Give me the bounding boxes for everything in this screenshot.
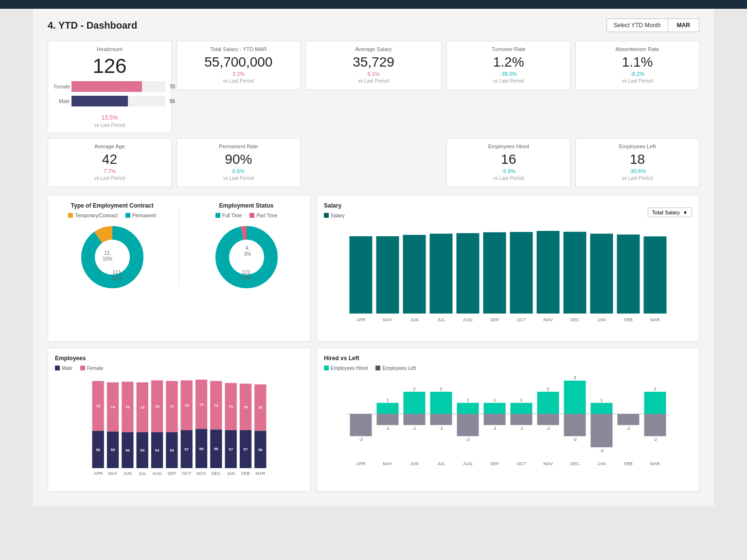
emp-left-vs: vs Last Period: [583, 175, 692, 181]
svg-text:58: 58: [214, 447, 218, 451]
svg-text:57: 57: [244, 447, 248, 452]
svg-text:2: 2: [440, 386, 443, 391]
svg-rect-147: [564, 381, 586, 414]
svg-text:2: 2: [547, 386, 550, 391]
hired-left-chart-panel: Hired vs Left Employees Hired Employees …: [317, 348, 699, 491]
svg-text:10%: 10%: [102, 256, 112, 262]
svg-rect-42: [617, 234, 640, 314]
headcount-bars: Female 70 Male 56: [52, 81, 167, 109]
svg-rect-144: [537, 414, 559, 425]
svg-rect-39: [590, 234, 613, 314]
employment-status-chart: Employment Status Full Time Part Time: [189, 202, 303, 291]
kpi-total-salary: Total Salary - YTD MAR 55,700,000 3.2% v…: [177, 41, 301, 90]
ytd-label: Select YTD Month: [607, 19, 668, 32]
legend-female-dot: [80, 366, 85, 370]
chevron-down-icon: ▼: [683, 210, 688, 215]
svg-text:57: 57: [184, 447, 189, 452]
legend-left-dot: [375, 366, 380, 370]
svg-text:1: 1: [601, 398, 603, 402]
svg-rect-127: [457, 403, 479, 414]
absenteeism-vs: vs Last Period: [583, 78, 692, 84]
kpi-absenteeism: Absenteeism Rate 1.1% -8.2% vs Last Peri…: [575, 41, 699, 90]
svg-text:JUL: JUL: [437, 317, 445, 322]
svg-text:2: 2: [413, 386, 416, 391]
svg-text:JUN: JUN: [124, 471, 132, 476]
legend-hired-dot: [324, 366, 329, 370]
salary-svg: 4,500,000APR4,500,000MAY4,580,000JUN4,65…: [324, 226, 692, 333]
salary-dropdown[interactable]: Total Salary ▼: [648, 208, 692, 217]
svg-text:1: 1: [520, 398, 523, 402]
turnover-label: Turnover Rate: [454, 46, 563, 52]
svg-rect-132: [484, 403, 506, 414]
headcount-value: 126: [92, 55, 126, 77]
svg-text:AUG: AUG: [152, 471, 162, 476]
svg-rect-36: [564, 232, 587, 314]
page-container: 4. YTD - Dashboard Select YTD Month MAR …: [33, 9, 714, 506]
ytd-value: MAR: [668, 19, 699, 32]
male-bar: [71, 96, 128, 106]
svg-text:DEC: DEC: [570, 461, 580, 466]
legend-left-label: Employees Left: [382, 366, 416, 371]
absenteeism-label: Absenteeism Rate: [583, 46, 692, 52]
employment-contract-chart: Type of Employment Contract Temporary/Co…: [55, 202, 169, 291]
hired-left-svg: -2APR1-1MAY2-1JUN2-1JUL1-2AUG1-1SEP1-1OC…: [324, 376, 692, 473]
svg-text:MAY: MAY: [383, 461, 392, 466]
avg-salary-label: Average Salary: [313, 46, 434, 52]
salary-bar-chart: 4,500,000APR4,500,000MAY4,580,000JUN4,65…: [324, 226, 692, 334]
turnover-vs: vs Last Period: [454, 78, 563, 84]
top-bar: [0, 0, 747, 9]
svg-text:-1: -1: [386, 426, 390, 431]
page-header: 4. YTD - Dashboard Select YTD Month MAR: [48, 18, 699, 32]
svg-rect-152: [591, 403, 613, 414]
salary-legend-dot: [324, 213, 329, 218]
salary-dropdown-value: Total Salary: [652, 210, 680, 215]
svg-text:122,: 122,: [242, 270, 251, 275]
legend-permanent-dot: [125, 213, 130, 218]
total-salary-value: 55,700,000: [184, 55, 293, 70]
svg-rect-33: [537, 231, 560, 314]
headcount-spacer: [305, 138, 442, 187]
male-bar-container: 56: [71, 96, 165, 106]
svg-text:NOV: NOV: [196, 471, 206, 476]
svg-text:54: 54: [125, 448, 130, 453]
svg-rect-12: [350, 236, 373, 314]
svg-rect-21: [430, 234, 453, 314]
page-title: 4. YTD - Dashboard: [48, 20, 137, 31]
svg-text:-2: -2: [573, 437, 577, 442]
svg-text:97%: 97%: [242, 276, 251, 281]
svg-text:FEB: FEB: [241, 471, 250, 476]
svg-text:FEB: FEB: [624, 317, 633, 322]
donut-divider: [179, 208, 179, 285]
svg-text:-1: -1: [626, 426, 630, 431]
legend-permanent-label: Permanent: [132, 213, 156, 218]
emp-left-label: Employees Left: [583, 143, 692, 149]
svg-text:74: 74: [199, 402, 204, 407]
hired-left-legend: Employees Hired Employees Left: [324, 366, 692, 371]
ytd-selector[interactable]: Select YTD Month MAR: [606, 18, 699, 32]
svg-text:-2: -2: [466, 437, 470, 442]
svg-rect-122: [430, 392, 452, 414]
svg-rect-24: [457, 233, 480, 314]
svg-text:MAY: MAY: [383, 317, 392, 322]
legend-fulltime-dot: [215, 213, 220, 218]
svg-text:70: 70: [258, 405, 263, 410]
turnover-change: -39.0%: [454, 71, 563, 77]
svg-text:76: 76: [125, 405, 130, 409]
avg-age-change: 7.7%: [55, 168, 164, 174]
svg-text:2: 2: [654, 386, 657, 391]
svg-text:3: 3: [574, 376, 576, 380]
svg-rect-137: [511, 403, 533, 414]
svg-text:54: 54: [140, 448, 144, 453]
legend-male-label: Male: [62, 366, 72, 371]
svg-text:NOV: NOV: [543, 317, 553, 322]
legend-hired: Employees Hired: [324, 366, 368, 371]
legend-permanent: Permanent: [125, 213, 156, 218]
svg-text:4,: 4,: [245, 245, 249, 251]
kpi-headcount: Headcount 126 Female 70 Male 56: [48, 41, 172, 133]
legend-male: Male: [55, 366, 72, 371]
legend-hired-label: Employees Hired: [331, 366, 368, 371]
svg-text:APR: APR: [93, 471, 103, 476]
svg-text:SEP: SEP: [490, 317, 499, 322]
svg-text:APR: APR: [356, 317, 366, 322]
absenteeism-value: 1.1%: [583, 55, 692, 70]
